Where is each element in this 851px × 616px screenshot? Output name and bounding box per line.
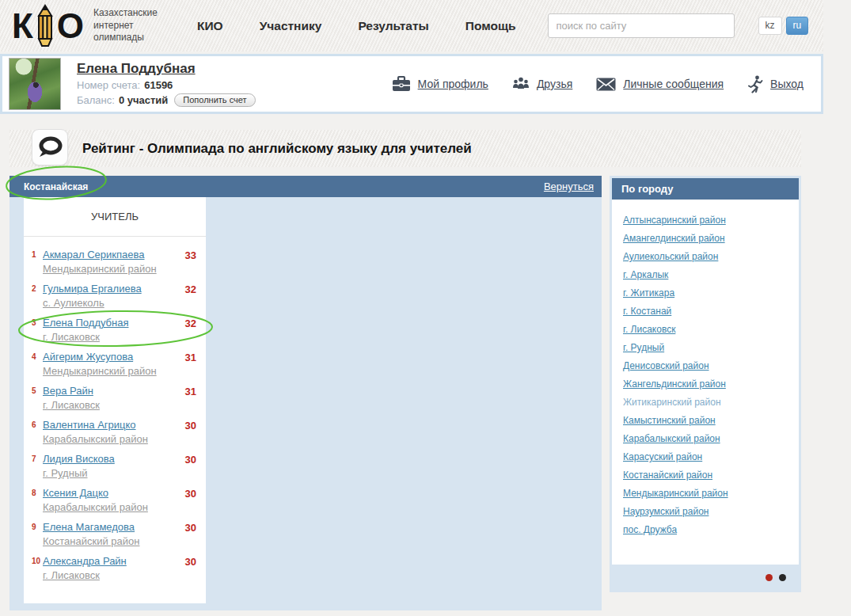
city-link[interactable]: пос. Дружба (623, 521, 799, 539)
city-link[interactable]: Амангелдинский район (623, 230, 799, 248)
city-link[interactable]: Карасуский район (623, 448, 799, 466)
participant-link[interactable]: Александра Райн (43, 555, 127, 567)
participant-location-link[interactable]: г. Лисаковск (43, 569, 100, 581)
friends-link[interactable]: Друзья (512, 76, 572, 92)
table-row: 10 Александра Райн г. Лисаковск 30 (32, 555, 196, 581)
city-link[interactable]: г. Лисаковск (623, 321, 799, 339)
participant-link[interactable]: Елена Магамедова (43, 521, 135, 533)
participant-location-link[interactable]: г. Лисаковск (43, 331, 100, 343)
participant-link[interactable]: Валентина Агрицко (43, 419, 136, 431)
city-link[interactable]: Жангельдинский район (623, 375, 799, 394)
profile-info: Елена Поддубная Номер счета: 61596 Балан… (77, 61, 256, 107)
participant-link[interactable]: Акмарал Серикпаева (43, 249, 144, 260)
rank-number: 7 (32, 453, 43, 479)
logo-subtitle-line: интернет (93, 20, 158, 32)
logo-letter-k: К (12, 10, 33, 42)
participant-cell: Елена Поддубная г. Лисаковск (43, 317, 185, 343)
briefcase-icon (392, 76, 411, 93)
logo-subtitle-line: Казахстанские (93, 7, 158, 20)
city-link[interactable]: г. Аркалык (623, 266, 799, 284)
city-link[interactable]: Алтынсаринский район (623, 211, 799, 230)
score-value: 30 (185, 453, 196, 479)
rank-number: 2 (32, 283, 43, 309)
lang-kz-button[interactable]: kz (758, 17, 782, 34)
table-row: 6 Валентина Агрицко Карабалыкский район … (32, 419, 196, 445)
my-profile-label: Мой профиль (418, 78, 488, 90)
nav-item-uchastniku[interactable]: Участнику (260, 19, 322, 33)
city-link[interactable]: Мендыкаринский район (623, 485, 799, 503)
pager-dot-red[interactable] (766, 574, 773, 581)
search-input[interactable] (548, 13, 735, 38)
table-row: 5 Вера Райн г. Лисаковск 31 (32, 385, 196, 411)
my-profile-link[interactable]: Мой профиль (392, 76, 488, 93)
table-row: 2 Гульмира Ергалиева с. Аулиеколь 32 (32, 283, 196, 309)
teacher-rating-column: УЧИТЕЛЬ 1 Акмарал Серикпаева Мендыкаринс… (24, 197, 206, 603)
participant-link[interactable]: Гульмира Ергалиева (43, 283, 142, 295)
participant-location-link[interactable]: Карабалыкский район (43, 433, 148, 445)
pager-dot-dark[interactable] (779, 574, 786, 581)
score-value: 30 (185, 419, 196, 445)
participant-cell: Ксения Дацко Карабалыкский район (43, 487, 185, 513)
participant-location-link[interactable]: Мендыкаринский район (43, 365, 157, 377)
page: К О Казахстанские интернет олимпиады КИО… (0, 0, 823, 610)
table-row: 8 Ксения Дацко Карабалыкский район 30 (32, 487, 196, 513)
balance-row: Баланс: 0 участий Пополнить счет (77, 93, 256, 107)
profile-bar: Елена Поддубная Номер счета: 61596 Балан… (0, 54, 823, 114)
city-panel-header: По городу (612, 178, 799, 200)
city-link[interactable]: Карабалыкский район (623, 430, 799, 448)
participant-location-link[interactable]: Мендыкаринский район (43, 263, 157, 275)
main-nav: КИО Участнику Результаты Помощь (197, 19, 516, 33)
participant-location-link[interactable]: Карабалыкский район (43, 501, 148, 513)
back-link[interactable]: Вернуться (544, 181, 594, 192)
city-link[interactable]: г. Костанай (623, 302, 799, 321)
city-link[interactable]: Костанайский район (623, 466, 799, 485)
participant-link[interactable]: Айгерим Жусупова (43, 351, 133, 363)
nav-item-rezultaty[interactable]: Результаты (358, 19, 428, 33)
participant-location-link[interactable]: г. Лисаковск (43, 399, 100, 411)
participant-link[interactable]: Ксения Дацко (43, 487, 108, 499)
lang-ru-button[interactable]: ru (786, 17, 809, 34)
participant-location-link[interactable]: г. Рудный (43, 467, 88, 479)
city-link[interactable]: Аулиекольский район (623, 248, 799, 266)
region-name: Костанайская (24, 181, 88, 192)
table-row: 7 Лидия Вискова г. Рудный 30 (32, 453, 196, 479)
private-messages-label: Личные сообщения (623, 78, 724, 90)
participant-link[interactable]: Лидия Вискова (43, 453, 115, 465)
logo-subtitle: Казахстанские интернет олимпиады (93, 7, 158, 44)
nav-item-pomosch[interactable]: Помощь (465, 19, 516, 33)
participant-location-link[interactable]: с. Аулиеколь (43, 297, 104, 309)
nav-item-kio[interactable]: КИО (197, 19, 223, 33)
participant-cell: Гульмира Ергалиева с. Аулиеколь (43, 283, 185, 309)
participant-location-link[interactable]: Костанайский район (43, 535, 139, 547)
city-link[interactable]: Наурзумский район (623, 503, 799, 521)
city-link[interactable]: г. Рудный (623, 339, 799, 357)
city-link[interactable]: Денисовский район (623, 357, 799, 375)
score-value: 30 (185, 487, 196, 513)
region-panel-body: УЧИТЕЛЬ 1 Акмарал Серикпаева Мендыкаринс… (9, 197, 602, 610)
city-link[interactable]: Житикаринский район (623, 394, 799, 412)
speech-bubble-icon (32, 129, 68, 165)
people-icon (512, 76, 530, 92)
participant-link[interactable]: Елена Поддубная (43, 317, 129, 329)
logout-link[interactable]: Выход (747, 75, 804, 93)
language-switcher: kz ru (758, 17, 809, 34)
rank-number: 4 (32, 351, 43, 377)
rank-number: 1 (32, 249, 43, 275)
city-panel-pager (612, 565, 799, 590)
city-link[interactable]: Камыстинский район (623, 412, 799, 430)
score-value: 32 (185, 283, 196, 309)
score-value: 33 (185, 249, 196, 275)
private-messages-link[interactable]: Личные сообщения (596, 78, 724, 91)
score-value: 30 (185, 555, 196, 581)
profile-name-link[interactable]: Елена Поддубная (77, 61, 196, 77)
site-logo[interactable]: К О Казахстанские интернет олимпиады (0, 4, 158, 48)
pencil-icon (34, 4, 56, 48)
rank-number: 9 (32, 521, 43, 547)
city-link[interactable]: г. Житикара (623, 284, 799, 302)
city-panel: По городу Алтынсаринский районАмангелдин… (610, 176, 801, 592)
topup-account-button[interactable]: Пополнить счет (174, 93, 255, 107)
rating-rows: 1 Акмарал Серикпаева Мендыкаринский райо… (24, 237, 206, 581)
participant-cell: Валентина Агрицко Карабалыкский район (43, 419, 185, 445)
city-links-list: Алтынсаринский районАмангелдинский район… (612, 200, 799, 565)
participant-link[interactable]: Вера Райн (43, 385, 93, 397)
